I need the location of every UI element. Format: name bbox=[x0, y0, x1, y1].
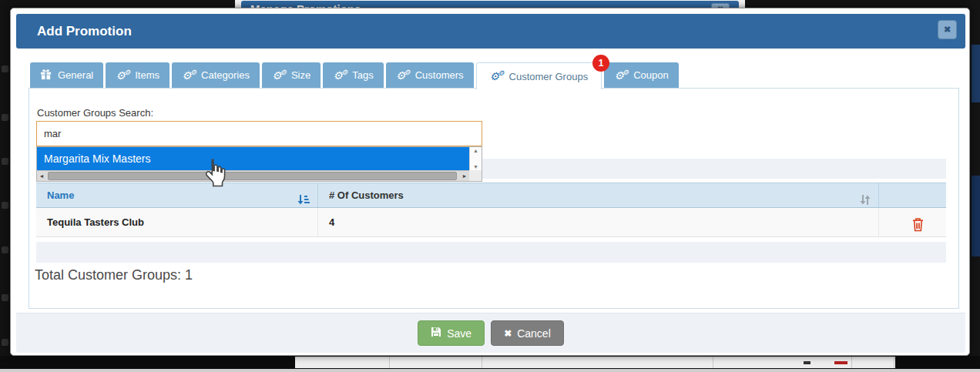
column-header-actions bbox=[878, 183, 946, 207]
horizontal-scrollbar[interactable]: ◄ ► bbox=[37, 170, 469, 181]
scroll-down-icon[interactable]: ▼ bbox=[470, 164, 482, 169]
cell-group-name: Tequila Tasters Club bbox=[36, 208, 317, 236]
background-table-fragment bbox=[295, 357, 895, 368]
table-bottom-strip bbox=[36, 242, 946, 263]
cogs-icon: ⚙⚙ bbox=[272, 69, 285, 82]
dropdown-item-highlighted[interactable]: Margarita Mix Masters bbox=[37, 147, 469, 170]
save-label: Save bbox=[447, 327, 472, 340]
cogs-icon: ⚙⚙ bbox=[333, 69, 346, 82]
tab-label: Categories bbox=[201, 69, 250, 81]
background-sidebar-icon bbox=[2, 114, 8, 121]
save-icon bbox=[431, 327, 441, 340]
scroll-up-icon[interactable]: ▲ bbox=[470, 148, 482, 153]
dialog-title: Add Promotion bbox=[37, 24, 132, 39]
tab-customer-groups[interactable]: ⚙⚙ Customer Groups 1 bbox=[476, 62, 602, 89]
cancel-x-icon: ✖ bbox=[504, 328, 512, 339]
cogs-icon: ⚙⚙ bbox=[614, 69, 627, 82]
background-icon-fragment bbox=[834, 361, 847, 364]
autocomplete-dropdown: Margarita Mix Masters ▲ ▼ ◄ ► bbox=[36, 146, 482, 182]
table-row: Tequila Tasters Club 4 bbox=[36, 208, 946, 237]
dialog-buttonpane: Save ✖ Cancel bbox=[16, 313, 965, 353]
scroll-left-icon[interactable]: ◄ bbox=[37, 171, 46, 181]
gift-icon bbox=[40, 69, 52, 82]
tab-label: Customers bbox=[415, 69, 464, 81]
search-label: Customer Groups Search: bbox=[37, 107, 153, 119]
divider bbox=[713, 357, 713, 368]
dialog-titlebar: Add Promotion ✖ bbox=[16, 14, 965, 49]
cancel-label: Cancel bbox=[517, 327, 551, 340]
scroll-right-icon[interactable]: ► bbox=[460, 171, 469, 181]
tab-label: Coupon bbox=[633, 69, 669, 81]
cancel-button[interactable]: ✖ Cancel bbox=[491, 320, 564, 346]
save-button[interactable]: Save bbox=[418, 320, 485, 346]
background-sidebar-icon bbox=[2, 158, 8, 165]
tab-customers[interactable]: ⚙⚙ Customers bbox=[386, 62, 474, 88]
scrollbar-corner bbox=[469, 170, 482, 181]
divider bbox=[389, 357, 390, 368]
cogs-icon: ⚙⚙ bbox=[116, 69, 129, 82]
column-header-name[interactable]: Name bbox=[36, 183, 317, 207]
tab-tags[interactable]: ⚙⚙ Tags bbox=[323, 62, 383, 88]
background-strip bbox=[0, 369, 980, 372]
background-bottom-fragment bbox=[0, 356, 980, 372]
page: Manage Promotions ✖ Add Promotion ✖ bbox=[0, 0, 980, 372]
background-sidebar-icon bbox=[2, 294, 8, 301]
close-icon[interactable]: ✖ bbox=[938, 20, 957, 39]
tab-bar: General ⚙⚙ Items ⚙⚙ Categories ⚙⚙ Size ⚙… bbox=[30, 62, 679, 89]
cell-actions bbox=[878, 208, 946, 236]
background-fragment bbox=[972, 176, 980, 256]
customer-groups-search-input[interactable] bbox=[36, 121, 482, 146]
background-sidebar-icon bbox=[2, 202, 8, 209]
tab-label: Tags bbox=[352, 69, 373, 81]
background-icon-fragment bbox=[804, 361, 811, 364]
background-sidebar-icon bbox=[2, 65, 8, 72]
background-sidebar bbox=[0, 0, 10, 372]
tab-label: Customer Groups bbox=[509, 71, 589, 82]
tab-items[interactable]: ⚙⚙ Items bbox=[106, 62, 169, 88]
tab-size[interactable]: ⚙⚙ Size bbox=[262, 62, 321, 88]
background-right-fragment bbox=[970, 0, 980, 372]
tab-coupon[interactable]: ⚙⚙ Coupon bbox=[604, 62, 679, 88]
background-fragment bbox=[972, 45, 980, 102]
column-label: Name bbox=[47, 189, 74, 201]
scrollbar-thumb[interactable] bbox=[48, 172, 457, 180]
background-sidebar-icon bbox=[2, 339, 8, 346]
tab-label: Items bbox=[135, 69, 159, 81]
add-promotion-dialog: Add Promotion ✖ General ⚙⚙ Items ⚙⚙ Cate… bbox=[10, 8, 970, 356]
notification-badge: 1 bbox=[592, 55, 609, 72]
divider bbox=[482, 357, 482, 368]
tab-label: Size bbox=[291, 69, 310, 81]
tab-general[interactable]: General bbox=[30, 62, 103, 88]
delete-icon[interactable] bbox=[911, 215, 925, 243]
cogs-icon: ⚙⚙ bbox=[490, 70, 503, 82]
cogs-icon: ⚙⚙ bbox=[182, 69, 195, 82]
vertical-scrollbar[interactable]: ▲ ▼ bbox=[469, 147, 482, 170]
cell-customer-count: 4 bbox=[317, 208, 878, 236]
tab-categories[interactable]: ⚙⚙ Categories bbox=[172, 62, 260, 88]
tab-label: General bbox=[58, 69, 93, 81]
hand-cursor-icon bbox=[203, 158, 227, 190]
divider bbox=[851, 357, 852, 368]
background-sidebar-icon bbox=[2, 246, 8, 253]
column-header-customers[interactable]: # Of Customers bbox=[317, 183, 878, 207]
cogs-icon: ⚙⚙ bbox=[396, 69, 409, 82]
total-customer-groups: Total Customer Groups: 1 bbox=[35, 267, 193, 283]
divider bbox=[894, 357, 894, 368]
column-label: # Of Customers bbox=[329, 189, 404, 201]
table-header-row: Name # Of Customers bbox=[36, 183, 946, 208]
